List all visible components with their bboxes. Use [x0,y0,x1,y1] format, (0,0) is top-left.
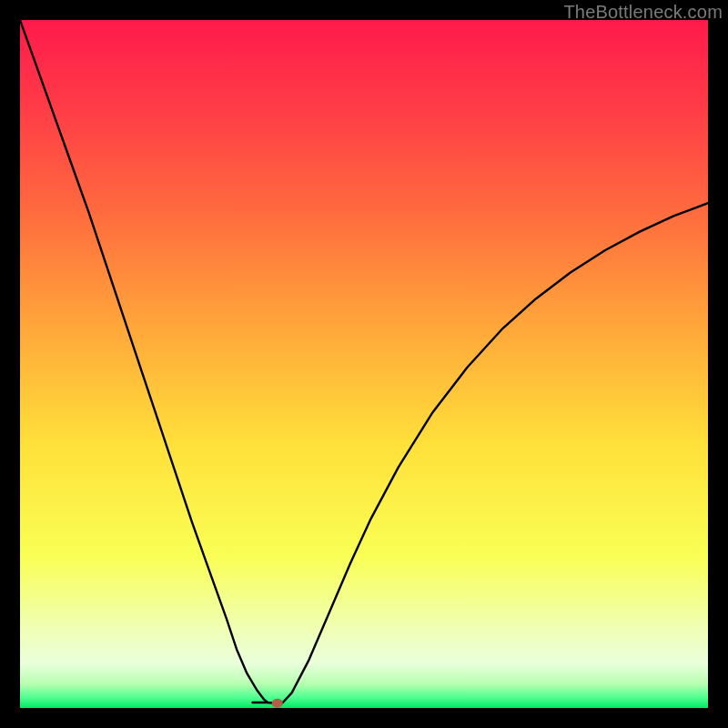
minimum-marker [272,699,283,708]
chart-background [20,20,708,708]
chart-frame [20,20,708,708]
watermark-text: TheBottleneck.com [563,2,723,23]
chart-svg [20,20,708,708]
